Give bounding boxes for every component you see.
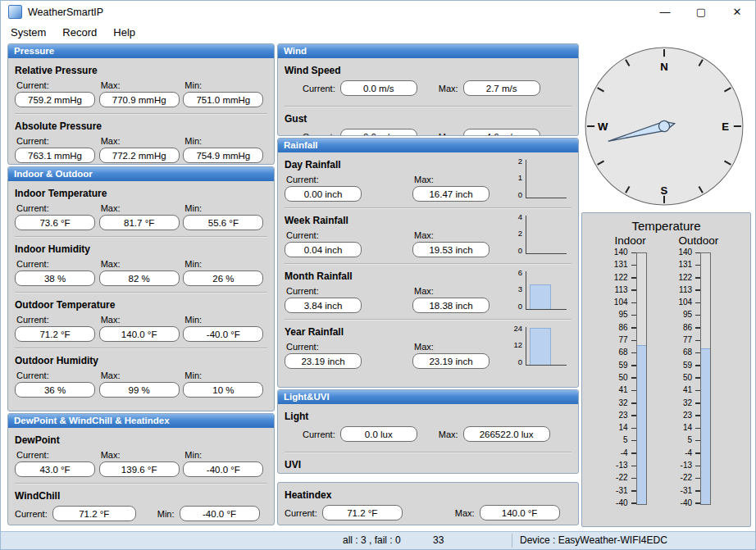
indoor-outdoor-panel: Indoor & Outdoor Indoor Temperature Curr…	[7, 166, 275, 411]
indoor-thermometer-tube	[636, 252, 647, 505]
year-rainfall-current-value: 23.19 inch	[285, 353, 362, 369]
week-rainfall-section: Week Rainfall Current: 0.04 inch Max: 19…	[285, 207, 572, 263]
outdoor-temperature-title: Outdoor Temperature	[15, 295, 267, 313]
outdoor-temperature-current-value: 71.2 °F	[15, 326, 95, 342]
indoor-thermometer-fill	[637, 345, 646, 504]
heatindex-max-value: 140.0 °F	[480, 505, 560, 520]
indoor-gauge-label: Indoor	[614, 234, 647, 247]
wind-compass: N E S W	[581, 43, 747, 209]
absolute-pressure-min-value: 754.9 mmHg	[183, 148, 263, 163]
compass-north-label: N	[660, 61, 667, 73]
max-label: Max:	[99, 313, 184, 326]
relative-pressure-min-value: 751.0 mmHg	[183, 92, 263, 107]
indoor-temperature-title: Indoor Temperature	[15, 184, 267, 202]
max-label: Max:	[99, 257, 184, 270]
current-label: Current:	[15, 369, 99, 382]
light-uvi-panel: Light&UVI Light Current: 0.0 lux Max: 26…	[277, 389, 579, 474]
indoor-temperature-max-value: 81.7 °F	[99, 215, 180, 230]
min-label: Min:	[183, 257, 267, 270]
compass-west-label: W	[598, 120, 608, 133]
day-rainfall-current-value: 0.00 inch	[285, 186, 362, 202]
indoor-humidity-max-value: 82 %	[99, 270, 180, 286]
uvi-section: UVI Current: 0 Max: 15	[285, 452, 572, 474]
indoor-temperature-min-value: 55.6 °F	[183, 215, 263, 230]
max-label: Max:	[99, 369, 184, 382]
day-rainfall-max-value: 16.47 inch	[412, 186, 490, 202]
max-label: Max:	[99, 448, 184, 461]
menu-record[interactable]: Record	[54, 25, 105, 40]
dewpoint-min-value: -40.0 °F	[183, 461, 263, 477]
light-max-value: 266522.0 lux	[463, 426, 550, 442]
outdoor-thermometer-tube	[700, 252, 711, 505]
wind-speed-max-value: 2.7 m/s	[463, 80, 540, 96]
indoor-gauge: Indoor 140131122113104958677685950413223…	[614, 234, 647, 507]
current-label: Current:	[15, 134, 99, 148]
dewpoint-max-value: 139.6 °F	[99, 461, 180, 477]
day-rainfall-chart-axis: 210	[504, 157, 526, 198]
max-label: Max:	[99, 202, 184, 215]
min-label: Min:	[183, 134, 267, 148]
outdoor-temperature-section: Outdoor Temperature Current: 71.2 °F Max…	[15, 292, 267, 348]
windchill-title: WindChill	[15, 486, 267, 504]
heatindex-title: Heatindex	[285, 485, 572, 503]
close-button[interactable]: ✕	[719, 1, 755, 23]
indoor-gauge-scale: 140131122113104958677685950413223145-4-1…	[614, 248, 636, 507]
outdoor-humidity-current-value: 36 %	[15, 382, 95, 398]
outdoor-thermometer-fill	[701, 348, 710, 504]
title-bar: WeatherSmartIP — ▢ ✕	[1, 1, 755, 23]
current-label: Current:	[15, 509, 52, 519]
status-separator	[512, 534, 512, 548]
minimize-button[interactable]: —	[647, 1, 683, 23]
current-label: Current:	[285, 229, 412, 242]
current-label: Current:	[303, 84, 340, 93]
current-label: Current:	[285, 284, 412, 298]
relative-pressure-max-value: 770.9 mmHg	[99, 92, 180, 107]
dewpoint-section: DewPoint Current: 43.0 °F Max: 139.6 °F …	[15, 428, 267, 483]
light-uvi-panel-header: Light&UVI	[278, 390, 578, 404]
compass-south-label: S	[661, 184, 668, 197]
week-rainfall-chart: 420	[504, 213, 567, 254]
outdoor-humidity-section: Outdoor Humidity Current: 36 % Max: 99 %…	[15, 348, 267, 403]
current-label: Current:	[303, 430, 340, 439]
gust-max-value: 4.6 m/s	[463, 129, 540, 136]
month-rainfall-current-value: 3.84 inch	[285, 298, 362, 313]
year-rainfall-bar	[530, 328, 551, 365]
status-device: Device : EasyWeather-WIFI4EDC	[520, 534, 667, 546]
menu-bar: System Record Help	[1, 23, 755, 41]
menu-system[interactable]: System	[2, 25, 54, 40]
heatindex-panel: Heatindex Current: 71.2 °F Max: 140.0 °F	[277, 482, 579, 525]
week-rainfall-current-value: 0.04 inch	[285, 242, 362, 257]
indoor-humidity-title: Indoor Humidity	[15, 239, 267, 257]
max-label: Max:	[455, 508, 480, 518]
indoor-temperature-current-value: 73.6 °F	[15, 215, 95, 230]
gust-current-value: 0.0 m/s	[340, 129, 417, 136]
min-label: Min:	[183, 448, 267, 461]
heatindex-current-value: 71.2 °F	[322, 505, 403, 520]
year-rainfall-chart: 24120	[504, 325, 567, 366]
compass-east-label: E	[722, 120, 729, 133]
current-label: Current:	[15, 202, 99, 215]
relative-pressure-current-value: 759.2 mmHg	[15, 92, 95, 107]
gust-title: Gust	[285, 109, 572, 127]
status-counts: all : 3 , fail : 0	[343, 534, 401, 546]
current-label: Current:	[15, 257, 99, 270]
window-title: WeatherSmartIP	[28, 7, 103, 18]
dewpoint-windchill-panel: DewPoint & WindChill & Heatindex DewPoin…	[7, 413, 275, 525]
relative-pressure-section: Relative Pressure Current: 759.2 mmHg Ma…	[15, 58, 267, 113]
wind-speed-title: Wind Speed	[285, 61, 572, 79]
maximize-button[interactable]: ▢	[683, 1, 719, 23]
menu-help[interactable]: Help	[105, 25, 143, 40]
wind-panel-header: Wind	[278, 44, 578, 58]
min-label: Min:	[183, 202, 267, 215]
windchill-current-value: 71.2 °F	[52, 506, 136, 521]
windchill-min-value: -40.0 °F	[180, 506, 260, 521]
window-controls: — ▢ ✕	[647, 1, 755, 23]
year-rainfall-chart-axis: 24120	[504, 325, 526, 366]
max-label: Max:	[99, 79, 184, 92]
current-label: Current:	[285, 340, 412, 353]
week-rainfall-max-value: 19.53 inch	[412, 242, 490, 257]
outdoor-temperature-max-value: 140.0 °F	[99, 326, 180, 342]
max-label: Max:	[439, 84, 463, 93]
relative-pressure-title: Relative Pressure	[15, 61, 267, 79]
current-label: Current:	[15, 448, 99, 461]
